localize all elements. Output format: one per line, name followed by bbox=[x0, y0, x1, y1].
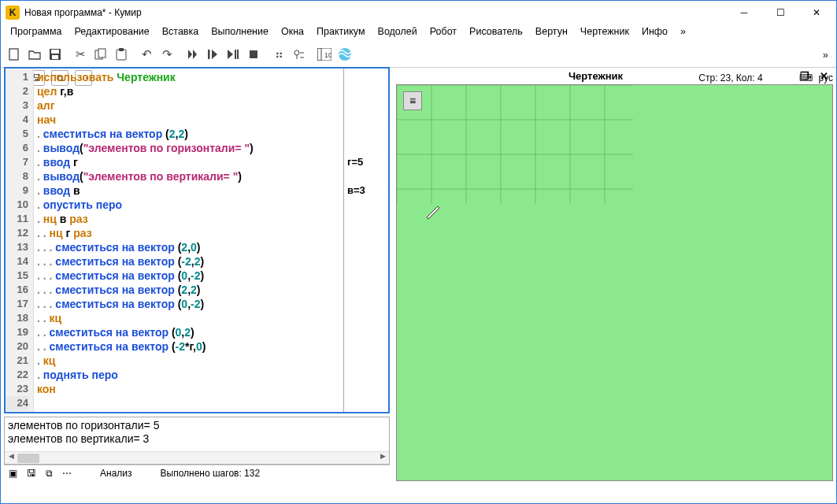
toggle-b-icon[interactable] bbox=[289, 44, 309, 65]
svg-rect-10 bbox=[237, 50, 239, 59]
svg-rect-0 bbox=[9, 49, 18, 60]
maximize-button[interactable]: ☐ bbox=[762, 1, 798, 24]
window-title: Новая программа* - Кумир bbox=[24, 7, 726, 18]
paste-icon[interactable] bbox=[111, 44, 131, 65]
menu-windows[interactable]: Окна bbox=[275, 24, 310, 42]
pen-icon bbox=[427, 206, 441, 220]
line-numbers-icon[interactable]: 10 bbox=[314, 44, 335, 65]
svg-rect-7 bbox=[119, 48, 124, 51]
svg-rect-2 bbox=[51, 50, 59, 54]
icon-copy[interactable]: ⧉ bbox=[46, 468, 53, 479]
scroll-thumb[interactable] bbox=[17, 454, 39, 463]
toggle-a-icon[interactable]: ⠶ bbox=[269, 44, 289, 65]
scroll-right-icon[interactable]: ▶ bbox=[376, 452, 389, 465]
menu-chertezh[interactable]: Чертежник bbox=[574, 24, 635, 42]
menu-drawer[interactable]: Рисователь bbox=[463, 24, 529, 42]
steps-label: Выполнено шагов: 132 bbox=[161, 468, 261, 479]
canvas-menu-icon[interactable]: ≡ bbox=[403, 91, 422, 110]
stop-icon[interactable] bbox=[243, 44, 264, 65]
menu-robot[interactable]: Робот bbox=[424, 24, 463, 42]
scroll-left-icon[interactable]: ◀ bbox=[5, 452, 17, 465]
menu-vertun[interactable]: Вертун bbox=[529, 24, 574, 42]
menu-info[interactable]: Инфо bbox=[635, 24, 674, 42]
new-file-icon[interactable] bbox=[4, 44, 24, 65]
margin-value: г=5 bbox=[347, 155, 385, 169]
editor-bottom-bar: ▣ 🖫 ⧉ ⋯ Анализ Выполнено шагов: 132 bbox=[4, 465, 390, 481]
close-panel-icon[interactable]: ✕ bbox=[814, 67, 833, 84]
line-gutter: 123456789101112131415161718192021222324 bbox=[6, 69, 34, 412]
svg-rect-14 bbox=[317, 48, 321, 61]
water-icon[interactable] bbox=[335, 44, 355, 65]
menu-practicum[interactable]: Практикум bbox=[310, 24, 372, 42]
icon-more[interactable]: ⋯ bbox=[62, 468, 72, 479]
drawing-header: Чертежник ❐ ✕ bbox=[396, 67, 833, 84]
undo-icon[interactable]: ↶ bbox=[136, 44, 157, 65]
menu-more[interactable]: » bbox=[674, 24, 692, 42]
svg-rect-5 bbox=[98, 49, 106, 57]
output-line: элементов по вертикали= 3 bbox=[8, 432, 149, 445]
copy-icon[interactable] bbox=[91, 44, 111, 65]
redo-icon[interactable]: ↷ bbox=[157, 44, 177, 65]
icon-monitor[interactable]: ▣ bbox=[9, 468, 17, 479]
menu-insert[interactable]: Вставка bbox=[156, 24, 205, 42]
svg-rect-3 bbox=[52, 55, 58, 59]
drawing-pane: Чертежник ❐ ✕ ≡ bbox=[393, 67, 836, 481]
runtime-values: г=5 в=3 bbox=[344, 69, 388, 412]
icon-save[interactable]: 🖫 bbox=[27, 468, 36, 479]
save-file-icon[interactable] bbox=[45, 44, 65, 65]
code-editor[interactable]: 123456789101112131415161718192021222324 … bbox=[4, 67, 390, 413]
menu-edit[interactable]: Редактирование bbox=[69, 24, 156, 42]
restore-panel-icon[interactable]: ❐ bbox=[795, 67, 814, 84]
open-file-icon[interactable] bbox=[24, 44, 45, 65]
analysis-label: Анализ bbox=[100, 468, 132, 479]
svg-rect-9 bbox=[235, 50, 236, 59]
output-panel[interactable]: элементов по горизонтали= 5 элементов по… bbox=[4, 417, 390, 465]
drawing-canvas[interactable]: ≡ bbox=[396, 84, 833, 481]
svg-point-12 bbox=[294, 50, 299, 55]
canvas-drawing bbox=[397, 85, 633, 203]
step-icon[interactable] bbox=[202, 44, 223, 65]
menu-bar: Программа Редактирование Вставка Выполне… bbox=[1, 24, 836, 42]
menu-vodoley[interactable]: Водолей bbox=[372, 24, 424, 42]
svg-rect-11 bbox=[250, 50, 257, 58]
menu-program[interactable]: Программа bbox=[4, 24, 69, 42]
horizontal-scrollbar[interactable]: ◀ ▶ bbox=[5, 451, 389, 464]
drawing-title: Чертежник bbox=[396, 70, 795, 82]
close-button[interactable]: ✕ bbox=[798, 1, 835, 24]
minimize-button[interactable]: ─ bbox=[726, 1, 762, 24]
svg-rect-8 bbox=[208, 50, 210, 59]
toolbar-expand-icon[interactable]: » bbox=[818, 49, 833, 61]
app-logo: K bbox=[6, 6, 20, 20]
code-area[interactable]: использовать Чертежник цел г,в алг нач .… bbox=[34, 69, 344, 412]
run-icon[interactable] bbox=[182, 44, 202, 65]
margin-value: в=3 bbox=[347, 183, 385, 198]
cut-icon[interactable]: ✂ bbox=[70, 44, 91, 65]
menu-execute[interactable]: Выполнение bbox=[205, 24, 275, 42]
run-to-icon[interactable] bbox=[223, 44, 243, 65]
editor-pane: 123456789101112131415161718192021222324 … bbox=[1, 67, 393, 481]
output-line: элементов по горизонтали= 5 bbox=[8, 419, 159, 432]
toolbar: ✂ ↶ ↷ ⠶ 10 » bbox=[1, 42, 836, 67]
svg-text:10: 10 bbox=[324, 51, 331, 59]
title-bar: K Новая программа* - Кумир ─ ☐ ✕ bbox=[1, 1, 836, 24]
